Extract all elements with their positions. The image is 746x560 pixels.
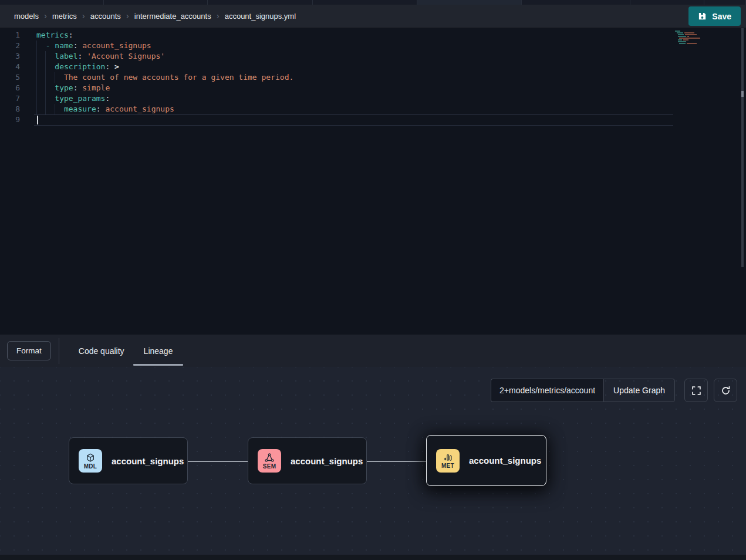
- editor-tab-stub-7[interactable]: [630, 0, 704, 5]
- app-root: models›metrics›accounts›intermediate_acc…: [0, 0, 746, 560]
- format-button[interactable]: Format: [7, 341, 51, 360]
- line-content: The count of new accounts for a given ti…: [36, 72, 293, 83]
- minimap-line: [678, 41, 711, 42]
- indent-guide-icon: [55, 72, 55, 83]
- node-type-label: SEM: [263, 464, 276, 470]
- editor-tab-stub-5[interactable]: [417, 0, 522, 5]
- model-cube-icon: [85, 453, 96, 463]
- fullscreen-button[interactable]: [684, 379, 708, 402]
- tab-lineage[interactable]: Lineage: [144, 335, 173, 367]
- line-number: 3: [0, 51, 20, 62]
- line-number: 9: [0, 114, 20, 126]
- code-line: 8 measure: account_signups: [0, 104, 673, 114]
- code-token: account_signups: [77, 41, 151, 50]
- minimap-segment: [678, 41, 686, 42]
- update-graph-button[interactable]: Update Graph: [603, 379, 675, 402]
- lineage-controls: Update Graph: [491, 379, 737, 402]
- line-number: 5: [0, 72, 20, 83]
- node-name-label: account_signups: [112, 456, 184, 466]
- editor-scrollbar-marker: [741, 91, 744, 97]
- lineage-selector-input[interactable]: [491, 379, 603, 402]
- minimap-line: [675, 31, 711, 32]
- indent-guide-icon: [45, 83, 46, 93]
- editor-tab-stub-row: [0, 0, 746, 5]
- node-type-label: MDL: [84, 464, 97, 470]
- tab-code-quality[interactable]: Code quality: [79, 335, 124, 367]
- indent-guide-icon: [45, 51, 46, 62]
- breadcrumb-item[interactable]: metrics: [52, 12, 77, 21]
- save-floppy-icon: [698, 12, 707, 21]
- code-line: 6 type: simple: [0, 83, 673, 93]
- line-number: 1: [0, 30, 20, 41]
- lineage-node-met[interactable]: METaccount_signups: [426, 435, 546, 486]
- fullscreen-icon: [691, 386, 701, 396]
- indent-guide-icon: [36, 62, 37, 72]
- breadcrumb-separator-icon: ›: [217, 11, 220, 20]
- indent-guide-icon: [45, 62, 46, 72]
- indent-guide-icon: [45, 104, 46, 114]
- editor-tab-stub-6[interactable]: [522, 0, 630, 5]
- minimap-segment: [677, 32, 683, 33]
- editor-tab-stub-1[interactable]: [0, 0, 104, 5]
- refresh-button[interactable]: [714, 379, 737, 402]
- minimap-segment: [678, 36, 686, 37]
- minimap-line: [679, 38, 711, 39]
- semantic-model-icon: [264, 453, 275, 463]
- editor-tab-stub-4[interactable]: [313, 0, 417, 5]
- code-token: :: [96, 104, 101, 113]
- breadcrumb-item[interactable]: intermediate_accounts: [134, 12, 211, 21]
- code-token: type: [36, 83, 73, 92]
- minimap-segment: [687, 43, 697, 44]
- minimap-line: [678, 34, 711, 35]
- line-content: type_params:: [36, 93, 110, 104]
- editor-tab-stub-2[interactable]: [104, 0, 208, 5]
- minimap[interactable]: [675, 31, 711, 45]
- bottom-panel: Format Code quality Lineage Update Graph: [0, 335, 746, 560]
- line-content: metrics:: [36, 30, 73, 41]
- editor-tab-stub-3[interactable]: [208, 0, 313, 5]
- minimap-line: [677, 32, 711, 33]
- node-type-badge: MET: [436, 449, 460, 473]
- node-name-label: account_signups: [291, 456, 363, 466]
- code-token: description: [36, 62, 105, 71]
- panel-divider: [59, 338, 59, 364]
- breadcrumb-item[interactable]: accounts: [90, 12, 121, 21]
- code-line: 2 - name: account_signups: [0, 41, 673, 51]
- code-token: :: [105, 94, 110, 103]
- code-line: 4 description: >: [0, 62, 673, 72]
- code-editor[interactable]: 1metrics:2 - name: account_signups3 labe…: [0, 28, 746, 335]
- save-button[interactable]: Save: [688, 6, 741, 26]
- minimap-line: [678, 39, 711, 41]
- line-number: 8: [0, 104, 20, 114]
- minimap-segment: [679, 38, 700, 39]
- indent-guide-icon: [36, 51, 37, 62]
- code-token: - name: [36, 41, 73, 50]
- breadcrumb-item[interactable]: models: [14, 12, 39, 21]
- editor-scrollbar[interactable]: [741, 28, 744, 267]
- indent-guide-icon: [45, 93, 46, 104]
- window-bottom-strip: [0, 555, 746, 560]
- indent-guide-icon: [36, 93, 37, 104]
- editor-tab-stub-8[interactable]: [704, 0, 746, 5]
- code-token: 'Account Signups': [82, 52, 165, 60]
- breadcrumb: models›metrics›accounts›intermediate_acc…: [14, 12, 296, 21]
- node-type-label: MET: [441, 463, 454, 469]
- breadcrumb-separator-icon: ›: [44, 11, 47, 20]
- node-name-label: account_signups: [469, 456, 541, 465]
- code-line: 3 label: 'Account Signups': [0, 51, 673, 62]
- breadcrumb-separator-icon: ›: [126, 11, 129, 20]
- metric-chart-icon: [443, 452, 453, 463]
- lineage-node-mdl[interactable]: MDLaccount_signups: [69, 437, 188, 484]
- code-token: >: [110, 62, 119, 71]
- lineage-canvas[interactable]: Update Graph: [0, 367, 746, 555]
- code-line: 1metrics:: [0, 30, 673, 41]
- code-token: metrics: [36, 31, 69, 39]
- minimap-segment: [684, 32, 694, 33]
- minimap-segment: [678, 34, 684, 35]
- lineage-edge: [188, 461, 248, 462]
- code-line: 5 The count of new accounts for a given …: [0, 72, 673, 83]
- lineage-node-sem[interactable]: SEMaccount_signups: [248, 437, 367, 484]
- node-type-badge: SEM: [258, 449, 281, 473]
- breadcrumb-separator-icon: ›: [82, 11, 85, 20]
- breadcrumb-item[interactable]: account_signups.yml: [225, 12, 296, 21]
